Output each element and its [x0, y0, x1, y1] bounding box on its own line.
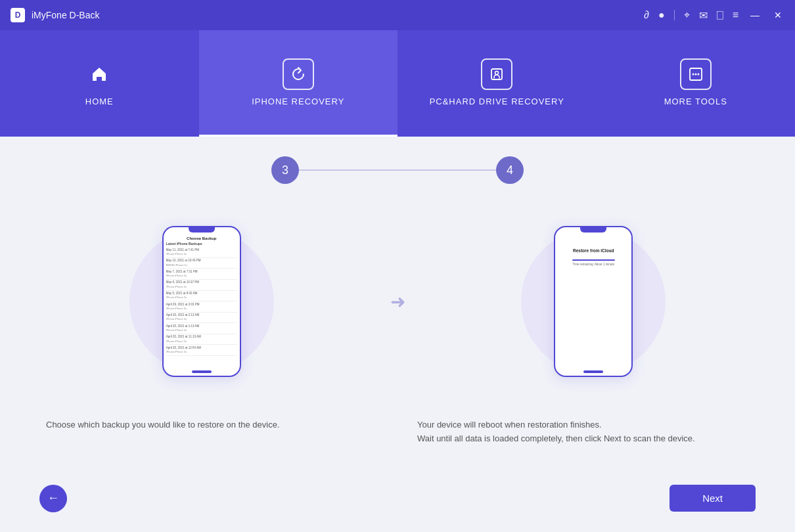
arrow-between-phones: ➜: [390, 291, 405, 313]
nav-bar: HOME iPhone Recovery PC&Hard Drive Recov…: [0, 30, 795, 137]
step-3-circle: 3: [271, 156, 299, 184]
app-logo: D: [11, 8, 25, 22]
refresh-icon: [283, 58, 314, 90]
steps-row: 3 4: [39, 156, 756, 184]
backup-item: May 7, 2021 at 7:31 PMiPhone iPhone 5s: [166, 269, 237, 280]
phone-2-notch: [580, 227, 606, 233]
svg-point-4: [694, 74, 696, 76]
nav-iphone-recovery-label: iPhone Recovery: [252, 97, 344, 106]
backup-item: April 20, 2021 at 1:13 AMiPhone iPhone 5…: [166, 323, 237, 334]
main-content: 3 4 Choose Backup Latest iPhone Backups …: [0, 137, 795, 532]
phone-1-screen: Choose Backup Latest iPhone Backups May …: [164, 233, 240, 370]
restore-time-text: Time remaining: About 1 minute: [558, 263, 629, 266]
mail-icon[interactable]: ✉: [699, 9, 708, 22]
title-bar-left: D iMyFone D-Back: [11, 8, 99, 22]
svg-point-3: [692, 74, 694, 76]
user-icon[interactable]: ●: [658, 9, 665, 21]
backup-item: May 10, 2021 at 10:43 PMBEB3D iPhone 5s: [166, 258, 237, 269]
phones-descriptions: Choose which backup you would like to re…: [39, 418, 756, 446]
title-bar: D iMyFone D-Back ∂ ● ⌖ ✉ ⎕ ≡ — ✕: [0, 0, 795, 30]
nav-pc-hard-drive-recovery[interactable]: PC&Hard Drive Recovery: [398, 30, 597, 137]
step-line: [299, 169, 496, 171]
backup-item: April 20, 2021 at 2:13 AMiPhone iPhone 5…: [166, 313, 237, 324]
nav-pc-recovery-label: PC&Hard Drive Recovery: [430, 97, 564, 106]
share-icon[interactable]: ∂: [644, 9, 649, 21]
step4-description: Your device will reboot when restoration…: [411, 418, 756, 446]
home-icon: [83, 58, 115, 90]
nav-more-tools-label: More Tools: [664, 97, 727, 106]
back-button[interactable]: ←: [39, 485, 67, 512]
phone-1-illustration: Choose Backup Latest iPhone Backups May …: [162, 226, 241, 377]
phones-row: Choose Backup Latest iPhone Backups May …: [39, 226, 756, 377]
svg-point-5: [697, 74, 699, 76]
next-button[interactable]: Next: [670, 485, 756, 512]
phone-2-mockup: Restore from iCloud Time remaining: Abou…: [554, 226, 633, 377]
backup-item: April 20, 2021 at 11:13 AMiPhone iPhone …: [166, 334, 237, 345]
nav-more-tools[interactable]: More Tools: [597, 30, 796, 137]
close-button[interactable]: ✕: [771, 9, 784, 22]
backup-item: May 6, 2021 at 10:37 PMiPhone iPhone 5s: [166, 280, 237, 291]
restore-progress-bar: [572, 259, 615, 261]
backup-title: Choose Backup: [166, 236, 237, 240]
nav-iphone-recovery[interactable]: iPhone Recovery: [199, 30, 398, 137]
backup-item: May 11, 2021 at 7:41 PMiPhone iPhone 5s: [166, 247, 237, 258]
nav-home-label: HOME: [85, 97, 114, 106]
backup-item: April 29, 2021 at 2:03 PMiPhone iPhone 5…: [166, 301, 237, 313]
divider: [674, 10, 675, 20]
phone-2-bottom-bar: [583, 370, 603, 373]
backup-subtitle: Latest iPhone Backups: [166, 242, 237, 246]
minimize-button[interactable]: —: [748, 9, 762, 22]
phone-1-bottom-bar: [192, 370, 212, 373]
step3-description: Choose which backup you would like to re…: [39, 418, 384, 446]
phone-2-container: Restore from iCloud Time remaining: Abou…: [432, 226, 756, 377]
menu-icon[interactable]: ≡: [733, 9, 738, 21]
phone-1-container: Choose Backup Latest iPhone Backups May …: [39, 226, 364, 377]
step-4-circle: 4: [496, 156, 524, 184]
nav-home[interactable]: HOME: [0, 30, 199, 137]
chat-icon[interactable]: ⎕: [717, 9, 723, 21]
phone-2-screen: Restore from iCloud Time remaining: Abou…: [555, 233, 631, 370]
location-icon[interactable]: ⌖: [684, 9, 690, 21]
bottom-bar: ← Next: [39, 485, 756, 519]
key-icon: [481, 58, 512, 90]
app-title: iMyFone D-Back: [32, 10, 99, 20]
backup-item: May 5, 2021 at 8:42 AMiPhone iPhone 5s: [166, 291, 237, 302]
phone-1-mockup: Choose Backup Latest iPhone Backups May …: [162, 226, 241, 377]
svg-point-1: [495, 72, 499, 75]
restore-title: Restore from iCloud: [558, 248, 629, 253]
phone-1-notch: [189, 227, 215, 233]
phone-2-illustration: Restore from iCloud Time remaining: Abou…: [554, 226, 633, 377]
backup-item: April 20, 2021 at 12:54 AMiPhone iPhone …: [166, 345, 237, 356]
title-bar-right: ∂ ● ⌖ ✉ ⎕ ≡ — ✕: [644, 9, 784, 22]
dots-icon: [680, 58, 712, 90]
